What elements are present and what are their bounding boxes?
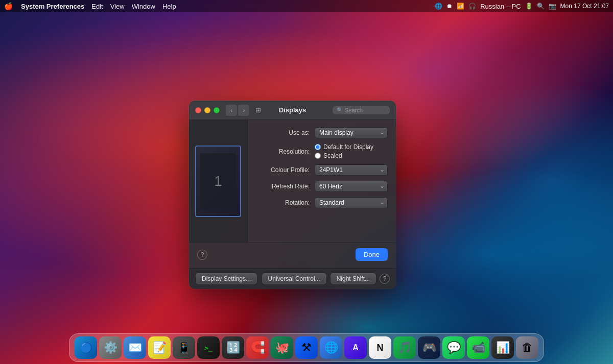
menubar-right: 🌐 ⏺ 📶 🎧 Russian – PC 🔋 🔍 📷 Mon 17 Oct 21… — [435, 3, 609, 10]
magnet-icon: 🧲 — [251, 341, 265, 354]
dock-item-sidecar[interactable]: 📱 — [173, 336, 195, 359]
desktop: 🍎 System Preferences Edit View Window He… — [0, 0, 613, 364]
colour-profile-label: Colour Profile: — [256, 166, 315, 174]
refresh-rate-select[interactable]: 60 Hertz 50 Hertz 30 Hertz — [315, 181, 388, 192]
use-as-control[interactable]: Main display Mirror Display Extend Displ… — [315, 127, 388, 138]
dialog-content: 1 Use as: Main display Mirror Display — [189, 120, 396, 242]
colour-profile-control[interactable]: 24P1W1 sRGB IEC61966-2.1 Display P3 — [315, 164, 388, 176]
apple-menu[interactable]: 🍎 — [4, 2, 13, 10]
resolution-row: Resolution: Default for Display Scaled — [256, 143, 388, 159]
dock-item-steam[interactable]: 🎮 — [418, 336, 440, 359]
display-preview: 1 — [195, 145, 241, 217]
done-button[interactable]: Done — [356, 248, 388, 261]
dialog-title: Displays — [279, 106, 306, 114]
dock-item-chrome[interactable]: 🌐 — [320, 336, 342, 359]
menubar-left: 🍎 System Preferences Edit View Window He… — [4, 2, 176, 10]
search-box[interactable]: 🔍 — [333, 106, 390, 114]
gitkraken-icon: 🐙 — [275, 341, 289, 354]
resolution-scaled-radio[interactable] — [315, 153, 321, 159]
dock-item-xcode[interactable]: ⚒ — [295, 336, 318, 359]
resolution-default-option[interactable]: Default for Display — [315, 143, 388, 151]
mail-icon: ✉️ — [128, 341, 142, 354]
title-nav: ‹ › — [226, 105, 249, 116]
close-button[interactable] — [195, 107, 201, 113]
resolution-control: Default for Display Scaled — [315, 143, 388, 159]
night-shift-button[interactable]: Night Shift... — [330, 273, 376, 285]
menubar-edit[interactable]: Edit — [91, 3, 103, 10]
dock-item-calculator[interactable]: 🔢 — [222, 336, 244, 359]
rotation-row: Rotation: Standard 90° 180° 270° — [256, 197, 388, 208]
dock-item-finder[interactable]: 🔵 — [75, 336, 97, 359]
anytodo-icon: A — [352, 343, 359, 352]
forward-button[interactable]: › — [238, 105, 249, 116]
xcode-icon: ⚒ — [301, 341, 312, 354]
dock-item-notion[interactable]: N — [369, 336, 391, 359]
resolution-default-label: Default for Display — [323, 143, 373, 151]
menubar-app-name[interactable]: System Preferences — [21, 3, 84, 10]
dock-item-istatmenus[interactable]: 📊 — [491, 336, 514, 359]
maximize-button[interactable] — [214, 107, 220, 113]
menubar-battery-icon[interactable]: 🔋 — [525, 3, 533, 10]
settings-panel: Use as: Main display Mirror Display Exte… — [248, 120, 396, 242]
rotation-select[interactable]: Standard 90° 180° 270° — [315, 197, 388, 208]
facetime-icon: 📹 — [471, 341, 485, 354]
menubar: 🍎 System Preferences Edit View Window He… — [0, 0, 613, 12]
display-number: 1 — [214, 173, 222, 189]
refresh-rate-control[interactable]: 60 Hertz 50 Hertz 30 Hertz — [315, 181, 388, 192]
dialog-bottom-area: ? Done — [189, 242, 396, 268]
display-preview-panel: 1 — [189, 120, 248, 242]
resolution-scaled-label: Scaled — [323, 152, 342, 159]
dock-item-iterm[interactable]: >_ — [197, 336, 220, 359]
dock-item-notes[interactable]: 📝 — [148, 336, 171, 359]
dock-item-mail[interactable]: ✉️ — [124, 336, 146, 359]
chrome-icon: 🌐 — [324, 341, 338, 354]
sidecar-icon: 📱 — [177, 341, 191, 354]
dock-item-facetime[interactable]: 📹 — [467, 336, 489, 359]
dock-item-gitkraken[interactable]: 🐙 — [271, 336, 293, 359]
menubar-wifi-icon[interactable]: 📶 — [457, 3, 464, 10]
resolution-scaled-option[interactable]: Scaled — [315, 152, 388, 159]
dialog-titlebar: ‹ › ⊞ Displays 🔍 — [189, 101, 396, 120]
dock-item-anytodo[interactable]: A — [344, 336, 367, 359]
steam-icon: 🎮 — [422, 341, 436, 354]
menubar-window[interactable]: Window — [132, 3, 155, 10]
menubar-help[interactable]: Help — [162, 3, 176, 10]
traffic-lights — [195, 107, 220, 113]
resolution-default-radio[interactable] — [315, 144, 321, 150]
search-icon: 🔍 — [337, 107, 343, 113]
menubar-keyboard-layout[interactable]: Russian – PC — [480, 3, 521, 10]
footer-help-button[interactable]: ? — [380, 274, 390, 284]
notion-icon: N — [377, 343, 384, 353]
dock-item-spotify[interactable]: 🎵 — [393, 336, 416, 359]
menubar-view[interactable]: View — [110, 3, 125, 10]
dock-item-messages[interactable]: 💬 — [442, 336, 465, 359]
dock-item-trash[interactable]: 🗑 — [516, 336, 538, 359]
dialog-footer: Display Settings... Universal Control...… — [189, 268, 396, 289]
spotify-icon: 🎵 — [398, 341, 412, 354]
menubar-bluetooth-icon[interactable]: ⏺ — [446, 3, 453, 10]
menubar-headphone-icon[interactable]: 🎧 — [468, 3, 476, 10]
dock-item-system-preferences[interactable]: ⚙️ — [99, 336, 122, 359]
dock-item-magnet[interactable]: 🧲 — [246, 336, 269, 359]
system-preferences-icon: ⚙️ — [104, 341, 117, 354]
universal-control-button[interactable]: Universal Control... — [262, 273, 327, 285]
menubar-globe-icon[interactable]: 🌐 — [435, 3, 442, 10]
calculator-icon: 🔢 — [226, 341, 240, 354]
dock: 🔵 ⚙️ ✉️ 📝 📱 >_ 🔢 🧲 🐙 ⚒ 🌐 — [69, 333, 544, 362]
search-input[interactable] — [345, 107, 386, 113]
display-settings-button[interactable]: Display Settings... — [195, 273, 257, 285]
rotation-control[interactable]: Standard 90° 180° 270° — [315, 197, 388, 208]
menubar-search-icon[interactable]: 🔍 — [537, 3, 545, 10]
back-button[interactable]: ‹ — [226, 105, 237, 116]
minimize-button[interactable] — [204, 107, 210, 113]
iterm-icon: >_ — [204, 344, 213, 352]
notes-icon: 📝 — [153, 341, 167, 354]
grid-view-button[interactable]: ⊞ — [252, 105, 264, 116]
menubar-notification-icon[interactable]: 📷 — [549, 3, 556, 10]
use-as-select[interactable]: Main display Mirror Display Extend Displ… — [315, 127, 388, 138]
help-button[interactable]: ? — [197, 250, 207, 260]
colour-profile-row: Colour Profile: 24P1W1 sRGB IEC61966-2.1… — [256, 164, 388, 176]
colour-profile-select[interactable]: 24P1W1 sRGB IEC61966-2.1 Display P3 — [315, 164, 388, 176]
trash-icon: 🗑 — [522, 341, 533, 354]
footer-left: Display Settings... — [195, 273, 257, 285]
